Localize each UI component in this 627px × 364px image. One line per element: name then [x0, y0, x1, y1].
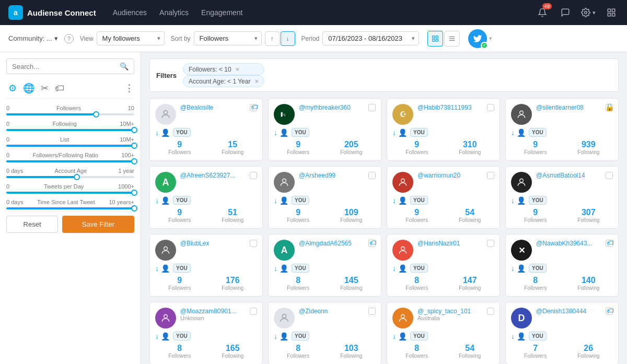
follow-icon-3[interactable]: ↓ — [511, 128, 515, 137]
period-group: Period 07/16/2023 - 08/16/2023 — [301, 31, 420, 45]
filter-more-icon[interactable]: ⋮ — [124, 83, 134, 94]
nav-audiences[interactable]: Audiences — [113, 8, 147, 17]
follow-icon-12[interactable]: ↓ — [155, 332, 159, 340]
card-checkbox-13[interactable] — [368, 308, 376, 315]
unfollow-icon-12[interactable]: 👤 — [161, 332, 170, 340]
follow-icon-7[interactable]: ↓ — [511, 196, 515, 205]
unfollow-icon-6[interactable]: 👤 — [398, 196, 407, 205]
follow-icon-15[interactable]: ↓ — [511, 332, 515, 340]
slider-track-4[interactable] — [6, 176, 134, 178]
card-username-1[interactable]: @mythbreaker360 — [299, 104, 364, 111]
twitter-brand-icon[interactable]: ✓ ▾ — [468, 29, 492, 48]
sort-desc-button[interactable]: ↓ — [281, 31, 295, 46]
card-checkbox-14[interactable] — [487, 308, 494, 315]
view-select[interactable]: My followers — [97, 31, 165, 45]
card-checkbox-4[interactable] — [250, 172, 257, 179]
filter-tag-icon[interactable]: 🏷 — [55, 83, 64, 94]
grid-button[interactable] — [604, 5, 619, 20]
follow-icon-4[interactable]: ↓ — [155, 196, 159, 205]
slider-track-2[interactable] — [6, 145, 134, 147]
card-checkbox-1[interactable] — [368, 104, 376, 111]
card-username-6[interactable]: @warriornun20 — [417, 172, 483, 179]
card-username-14[interactable]: @_spicy_taco_101 — [417, 308, 483, 315]
card-username-11[interactable]: @NawabKh39643... — [536, 240, 601, 247]
card-username-0[interactable]: @Bealosille — [180, 104, 246, 111]
search-input[interactable] — [12, 63, 115, 71]
filter-globe-icon[interactable]: 🌐 — [23, 83, 34, 94]
follow-icon-2[interactable]: ↓ — [392, 128, 396, 137]
card-username-5[interactable]: @Arsheed99 — [299, 172, 364, 179]
unfollow-icon-11[interactable]: 👤 — [517, 264, 526, 273]
follow-icon-1[interactable]: ↓ — [274, 128, 277, 137]
save-filter-button[interactable]: Save Filter — [62, 216, 134, 233]
follow-icon-6[interactable]: ↓ — [392, 196, 396, 205]
messages-button[interactable] — [558, 5, 573, 20]
unfollow-icon-14[interactable]: 👤 — [398, 332, 407, 340]
unfollow-icon-15[interactable]: 👤 — [517, 332, 526, 340]
slider-track-0[interactable] — [6, 113, 134, 115]
card-username-2[interactable]: @Habib738111993 — [417, 104, 483, 111]
list-view-button[interactable] — [444, 31, 460, 46]
unfollow-icon-4[interactable]: 👤 — [161, 196, 170, 205]
filter-tag-remove-1[interactable]: × — [254, 77, 259, 85]
unfollow-icon-5[interactable]: 👤 — [280, 196, 288, 205]
nav-engagement[interactable]: Engagement — [201, 8, 242, 17]
card-checkbox-6[interactable] — [487, 172, 494, 179]
unfollow-icon-2[interactable]: 👤 — [398, 128, 407, 137]
unfollow-icon-7[interactable]: 👤 — [517, 196, 526, 205]
card-username-13[interactable]: @Zideonn — [299, 308, 364, 315]
card-username-4[interactable]: @AfreenS623927... — [180, 172, 246, 179]
slider-track-3[interactable] — [6, 160, 134, 162]
help-button[interactable]: ? — [64, 34, 74, 43]
card-checkbox-8[interactable] — [250, 240, 257, 247]
card-checkbox-10[interactable] — [487, 240, 494, 247]
unfollow-icon-9[interactable]: 👤 — [280, 264, 288, 273]
unfollow-icon-8[interactable]: 👤 — [161, 264, 170, 273]
settings-button[interactable]: ▾ — [581, 8, 596, 17]
slider-track-6[interactable] — [6, 207, 134, 209]
card-username-8[interactable]: @BiubLex — [180, 240, 246, 247]
follow-icon-11[interactable]: ↓ — [511, 264, 515, 273]
filter-scissors-icon[interactable]: ✂ — [41, 83, 49, 94]
followers-label-2: Followers — [392, 149, 442, 155]
follow-icon-0[interactable]: ↓ — [155, 128, 159, 137]
followers-label-4: Followers — [155, 217, 204, 223]
card-checkbox-12[interactable] — [250, 308, 257, 315]
card-username-3[interactable]: @silentlearner08 — [536, 104, 601, 111]
follow-icon-10[interactable]: ↓ — [392, 264, 396, 273]
card-username-12[interactable]: @Moazzam80901... — [180, 308, 246, 315]
follow-icon-9[interactable]: ↓ — [274, 264, 277, 273]
notifications-button[interactable]: 49 — [535, 5, 550, 20]
community-selector[interactable]: Community: ... ▾ — [8, 34, 58, 42]
followers-stat-12: 8 Followers — [155, 344, 204, 359]
card-checkbox-7[interactable] — [606, 172, 613, 179]
slider-track-5[interactable] — [6, 192, 134, 194]
slider-track-1[interactable] — [6, 129, 134, 131]
follow-icon-8[interactable]: ↓ — [155, 264, 159, 273]
unfollow-icon-1[interactable]: 👤 — [280, 128, 288, 137]
card-username-10[interactable]: @HarisNazir01 — [417, 240, 483, 247]
card-checkbox-5[interactable] — [368, 172, 376, 179]
unfollow-icon-13[interactable]: 👤 — [280, 332, 288, 340]
card-stats-12: 8 Followers 165 Following — [155, 344, 257, 359]
follow-icon-13[interactable]: ↓ — [274, 332, 277, 340]
unfollow-icon-10[interactable]: 👤 — [398, 264, 407, 273]
card-username-15[interactable]: @Denish1380444 — [536, 308, 601, 315]
period-select[interactable]: 07/16/2023 - 08/16/2023 — [322, 31, 419, 45]
nav-analytics[interactable]: Analytics — [159, 8, 189, 17]
filter-tag-remove-0[interactable]: × — [236, 65, 240, 73]
card-username-7[interactable]: @AsmatBatool14 — [536, 172, 601, 179]
grid-view-button[interactable] — [427, 31, 443, 46]
sort-select[interactable]: Followers — [194, 31, 262, 45]
sort-asc-button[interactable]: ↑ — [265, 31, 280, 46]
action-icons-12: ↓ 👤 — [155, 332, 170, 340]
follow-icon-14[interactable]: ↓ — [392, 332, 396, 340]
card-checkbox-2[interactable] — [487, 104, 494, 111]
card-username-9[interactable]: @AlmgdadA62565 — [299, 240, 364, 247]
follow-icon-5[interactable]: ↓ — [274, 196, 277, 205]
unfollow-icon-3[interactable]: 👤 — [517, 128, 526, 137]
reset-button[interactable]: Reset — [6, 216, 58, 233]
unfollow-icon-0[interactable]: 👤 — [161, 128, 170, 137]
card-actions-12: ↓ 👤 YOU — [155, 332, 257, 340]
filter-general-icon[interactable]: ⚙ — [8, 83, 17, 94]
